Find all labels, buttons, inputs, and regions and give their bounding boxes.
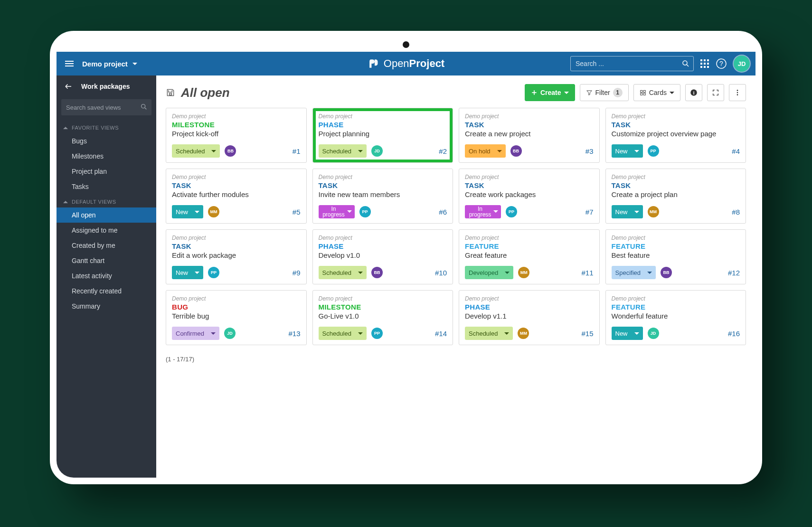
assignee-avatar[interactable]: PP <box>208 267 219 278</box>
assignee-avatar[interactable]: PP <box>359 206 371 217</box>
status-dropdown[interactable]: Inprogress <box>319 205 355 218</box>
help-icon[interactable]: ? <box>716 58 727 69</box>
work-package-card[interactable]: Demo projectFEATUREBest featureSpecified… <box>605 229 746 284</box>
work-package-card[interactable]: Demo projectFEATUREWonderful featureNewJ… <box>605 290 746 345</box>
work-package-card[interactable]: Demo projectTASKCreate a project planNew… <box>605 169 746 224</box>
status-label: Scheduled <box>176 148 205 155</box>
assignee-avatar[interactable]: PP <box>648 145 659 157</box>
fullscreen-button[interactable] <box>707 84 724 101</box>
assignee-avatar[interactable]: MM <box>518 328 529 339</box>
work-package-card[interactable]: Demo projectTASKCustomize project overvi… <box>605 108 746 163</box>
sidebar-item[interactable]: Latest activity <box>57 268 156 283</box>
sidebar-group-header[interactable]: FAVORITE VIEWS <box>57 120 156 133</box>
apps-icon[interactable] <box>700 59 709 68</box>
card-number[interactable]: #10 <box>435 269 447 277</box>
kebab-icon <box>734 89 741 96</box>
assignee-avatar[interactable]: BB <box>371 267 383 278</box>
work-package-card[interactable]: Demo projectTASKCreate work packagesInpr… <box>459 169 600 224</box>
card-number[interactable]: #15 <box>581 329 593 338</box>
work-package-card[interactable]: Demo projectMILESTONEGo-Live v1.0Schedul… <box>312 290 453 345</box>
status-dropdown[interactable]: Inprogress <box>465 205 501 218</box>
search-input[interactable] <box>570 56 694 71</box>
sidebar-search-input[interactable] <box>61 99 151 115</box>
assignee-avatar[interactable]: MM <box>518 267 529 278</box>
status-dropdown[interactable]: Scheduled <box>172 144 220 158</box>
more-button[interactable] <box>729 84 746 101</box>
card-project: Demo project <box>465 295 594 302</box>
global-search[interactable] <box>570 56 694 71</box>
sidebar-item[interactable]: Bugs <box>57 133 156 149</box>
sidebar-item[interactable]: Project plan <box>57 164 156 179</box>
project-selector[interactable]: Demo project <box>82 60 137 68</box>
card-number[interactable]: #7 <box>585 208 594 216</box>
work-package-card[interactable]: Demo projectBUGTerrible bugConfirmedJD#1… <box>166 290 307 345</box>
work-package-card[interactable]: Demo projectPHASEDevelop v1.1ScheduledMM… <box>459 290 600 345</box>
card-number[interactable]: #5 <box>293 208 301 216</box>
sidebar-item[interactable]: Gantt chart <box>57 253 156 268</box>
assignee-avatar[interactable]: BB <box>225 145 236 157</box>
status-dropdown[interactable]: New <box>172 266 203 279</box>
work-package-card[interactable]: Demo projectTASKCreate a new projectOn h… <box>459 108 600 163</box>
card-number[interactable]: #1 <box>293 147 301 155</box>
work-package-card[interactable]: Demo projectTASKEdit a work packageNewPP… <box>166 229 307 284</box>
card-number[interactable]: #13 <box>288 329 300 338</box>
work-package-card[interactable]: Demo projectFEATUREGreat featureDevelope… <box>459 229 600 284</box>
status-dropdown[interactable]: Scheduled <box>319 327 367 340</box>
sidebar-group-header[interactable]: DEFAULT VIEWS <box>57 194 156 207</box>
status-dropdown[interactable]: Scheduled <box>465 327 513 340</box>
card-number[interactable]: #16 <box>728 329 740 338</box>
sidebar-item[interactable]: All open <box>57 207 156 223</box>
card-number[interactable]: #6 <box>439 208 447 216</box>
work-package-card[interactable]: Demo projectMILESTONEProject kick-offSch… <box>166 108 307 163</box>
card-number[interactable]: #4 <box>732 147 740 155</box>
status-dropdown[interactable]: Scheduled <box>319 266 367 279</box>
assignee-avatar[interactable]: BB <box>661 267 672 278</box>
work-package-card[interactable]: Demo projectTASKActivate further modules… <box>166 169 307 224</box>
assignee-avatar[interactable]: MM <box>208 206 219 217</box>
sidebar-item[interactable]: Created by me <box>57 238 156 253</box>
sidebar-item[interactable]: Recently created <box>57 283 156 299</box>
status-dropdown[interactable]: New <box>612 144 643 158</box>
save-icon[interactable] <box>166 88 175 97</box>
status-dropdown[interactable]: Confirmed <box>172 327 219 340</box>
sidebar-item[interactable]: Assigned to me <box>57 223 156 238</box>
work-package-card[interactable]: Demo projectPHASEProject planningSchedul… <box>312 108 453 163</box>
user-avatar[interactable]: JD <box>734 56 750 72</box>
view-mode-button[interactable]: Cards <box>633 84 680 101</box>
card-type: BUG <box>172 303 301 311</box>
status-dropdown[interactable]: New <box>172 205 203 218</box>
filter-button[interactable]: Filter 1 <box>580 84 629 101</box>
status-dropdown[interactable]: Scheduled <box>319 144 367 158</box>
work-package-card[interactable]: Demo projectTASKInvite new team membersI… <box>312 169 453 224</box>
sidebar-item[interactable]: Milestones <box>57 149 156 164</box>
sidebar-item[interactable]: Summary <box>57 299 156 314</box>
card-number[interactable]: #12 <box>728 269 740 277</box>
assignee-avatar[interactable]: PP <box>371 328 383 339</box>
chevron-down-icon <box>211 332 216 335</box>
menu-icon[interactable] <box>62 56 76 71</box>
card-number[interactable]: #2 <box>439 147 447 155</box>
chevron-down-icon <box>564 92 569 94</box>
sidebar-group-label: FAVORITE VIEWS <box>72 125 119 131</box>
sidebar-item[interactable]: Tasks <box>57 179 156 194</box>
status-dropdown[interactable]: Developed <box>465 266 513 279</box>
card-number[interactable]: #11 <box>581 269 593 277</box>
back-arrow-icon[interactable] <box>64 82 73 91</box>
card-number[interactable]: #14 <box>435 329 447 338</box>
status-dropdown[interactable]: Specified <box>612 266 656 279</box>
status-dropdown[interactable]: New <box>612 327 643 340</box>
card-number[interactable]: #3 <box>585 147 594 155</box>
status-dropdown[interactable]: New <box>612 205 643 218</box>
assignee-avatar[interactable]: JD <box>371 145 383 157</box>
create-button[interactable]: Create <box>525 84 575 101</box>
card-number[interactable]: #8 <box>732 208 740 216</box>
assignee-avatar[interactable]: PP <box>506 206 517 217</box>
card-number[interactable]: #9 <box>293 269 301 277</box>
work-package-card[interactable]: Demo projectPHASEDevelop v1.0ScheduledBB… <box>312 229 453 284</box>
assignee-avatar[interactable]: MM <box>648 206 659 217</box>
assignee-avatar[interactable]: JD <box>224 328 236 339</box>
assignee-avatar[interactable]: BB <box>510 145 522 157</box>
assignee-avatar[interactable]: JD <box>648 328 659 339</box>
info-button[interactable]: i <box>685 84 702 101</box>
status-dropdown[interactable]: On hold <box>465 144 506 158</box>
